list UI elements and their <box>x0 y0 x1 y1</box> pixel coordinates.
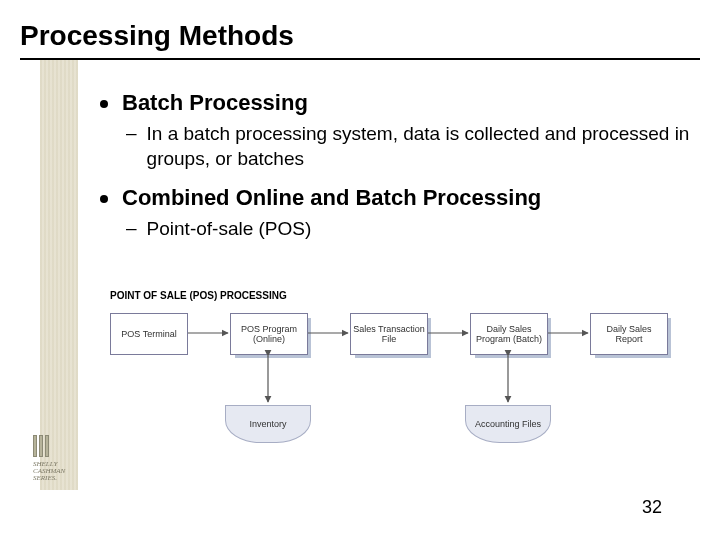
diagram-title: POINT OF SALE (POS) PROCESSING <box>110 290 680 301</box>
box-daily-program: Daily Sales Program (Batch) <box>470 313 548 355</box>
bullet-2-heading: Combined Online and Batch Processing <box>122 185 541 211</box>
box-pos-program: POS Program (Online) <box>230 313 308 355</box>
slide-title: Processing Methods <box>20 20 294 52</box>
dash-icon: – <box>126 122 137 144</box>
bullet-1: Batch Processing <box>100 90 690 116</box>
series-logo: SHELLY CASHMAN SERIES. <box>33 435 88 495</box>
bullet-2-sub-text: Point-of-sale (POS) <box>147 217 312 242</box>
bullet-2: Combined Online and Batch Processing <box>100 185 690 211</box>
diagram-row-top: POS Terminal POS Program (Online) Sales … <box>110 313 680 365</box>
bullet-2-sub: – Point-of-sale (POS) <box>126 217 690 242</box>
bullet-dot-icon <box>100 100 108 108</box>
box-pos-terminal: POS Terminal <box>110 313 188 355</box>
content-area: Batch Processing – In a batch processing… <box>100 90 690 256</box>
box-accounting: Accounting Files <box>465 405 551 443</box>
bullet-1-heading: Batch Processing <box>122 90 308 116</box>
bullet-1-sub: – In a batch processing system, data is … <box>126 122 690 171</box>
box-inventory: Inventory <box>225 405 311 443</box>
box-daily-report: Daily Sales Report <box>590 313 668 355</box>
logo-bars-icon <box>33 435 88 457</box>
sidebar-texture <box>40 60 78 490</box>
page-number: 32 <box>642 497 662 518</box>
dash-icon: – <box>126 217 137 239</box>
bullet-dot-icon <box>100 195 108 203</box>
logo-text-3: SERIES. <box>33 475 88 482</box>
bullet-1-sub-text: In a batch processing system, data is co… <box>147 122 690 171</box>
pos-diagram: POINT OF SALE (POS) PROCESSING POS Termi… <box>110 290 680 470</box>
title-underline <box>20 58 700 60</box>
box-sales-file: Sales Transaction File <box>350 313 428 355</box>
